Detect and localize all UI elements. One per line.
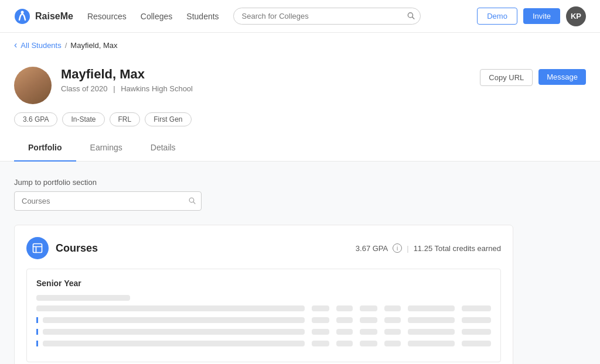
main-content: Jump to portfolio section Courses 3.67 <box>0 162 527 364</box>
main-nav: Resources Colleges Students <box>87 12 219 21</box>
search-icon <box>407 11 415 19</box>
svg-line-3 <box>412 17 414 19</box>
breadcrumb-current: Mayfield, Max <box>70 41 117 50</box>
jump-search-icon <box>188 197 196 206</box>
breadcrumb: ‹ All Students / Mayfield, Max <box>0 33 600 57</box>
stats-pipe: | <box>407 244 408 253</box>
svg-point-1 <box>21 11 24 13</box>
year-section: Senior Year <box>26 269 501 362</box>
tag-gpa: 3.6 GPA <box>14 112 57 126</box>
search-container <box>233 8 421 25</box>
tag-in-state: In-State <box>62 112 104 126</box>
tab-details[interactable]: Details <box>137 135 190 162</box>
search-icon-button[interactable] <box>407 11 415 21</box>
student-class: Class of 2020 <box>61 84 108 93</box>
jump-label: Jump to portfolio section <box>14 178 513 187</box>
year-title: Senior Year <box>36 279 491 288</box>
skeleton-row-2 <box>36 317 491 323</box>
student-avatar <box>14 67 52 104</box>
nav-students[interactable]: Students <box>186 12 219 21</box>
tab-earnings[interactable]: Earnings <box>76 135 137 162</box>
tag-frl: FRL <box>110 112 141 126</box>
header-actions: Demo Invite KP <box>477 6 586 26</box>
skeleton-row-1 <box>36 305 491 311</box>
nav-resources[interactable]: Resources <box>87 12 127 21</box>
courses-icon <box>26 237 49 259</box>
profile-header: Mayfield, Max Class of 2020 | Hawkins Hi… <box>14 67 586 104</box>
skeleton-row-4 <box>36 341 491 346</box>
student-info: Mayfield, Max Class of 2020 | Hawkins Hi… <box>61 67 480 93</box>
skeleton-header <box>36 295 130 301</box>
student-school: Hawkins High School <box>121 84 193 93</box>
user-avatar[interactable]: KP <box>566 6 586 26</box>
courses-header: Courses 3.67 GPA i | 11.25 Total credits… <box>26 237 501 259</box>
profile-section: Mayfield, Max Class of 2020 | Hawkins Hi… <box>0 57 600 162</box>
profile-actions: Copy URL Message <box>480 67 586 86</box>
tab-portfolio[interactable]: Portfolio <box>14 135 76 162</box>
breadcrumb-separator: / <box>65 41 67 50</box>
svg-line-5 <box>193 201 195 203</box>
skeleton-row-3 <box>36 329 491 335</box>
gpa-info-icon[interactable]: i <box>393 243 402 253</box>
book-icon <box>32 242 43 254</box>
jump-search-input[interactable] <box>14 191 202 211</box>
chevron-left-icon: ‹ <box>14 40 17 50</box>
copy-url-button[interactable]: Copy URL <box>480 69 533 86</box>
courses-stats: 3.67 GPA i | 11.25 Total credits earned <box>356 243 501 253</box>
credits-value: 11.25 Total credits earned <box>414 244 501 253</box>
nav-colleges[interactable]: Colleges <box>141 12 172 21</box>
jump-search-container <box>14 191 202 211</box>
logo-text: RaiseMe <box>35 11 73 22</box>
courses-section: Courses 3.67 GPA i | 11.25 Total credits… <box>14 225 513 364</box>
gpa-value: 3.67 GPA <box>356 244 388 253</box>
search-input[interactable] <box>233 8 421 25</box>
message-button[interactable]: Message <box>538 69 586 85</box>
logo-icon <box>14 8 30 25</box>
courses-title: Courses <box>56 242 98 255</box>
invite-button[interactable]: Invite <box>523 8 560 24</box>
breadcrumb-all-students[interactable]: All Students <box>21 41 61 50</box>
logo[interactable]: RaiseMe <box>14 8 73 25</box>
student-name: Mayfield, Max <box>61 67 480 82</box>
tag-first-gen: First Gen <box>145 112 191 126</box>
student-meta: Class of 2020 | Hawkins High School <box>61 84 480 93</box>
jump-section: Jump to portfolio section <box>14 178 513 211</box>
demo-button[interactable]: Demo <box>477 8 517 25</box>
profile-tabs: Portfolio Earnings Details <box>14 135 586 161</box>
header: RaiseMe Resources Colleges Students Demo… <box>0 0 600 33</box>
student-tags: 3.6 GPA In-State FRL First Gen <box>14 112 586 135</box>
meta-separator: | <box>113 84 115 93</box>
svg-rect-6 <box>33 244 42 253</box>
